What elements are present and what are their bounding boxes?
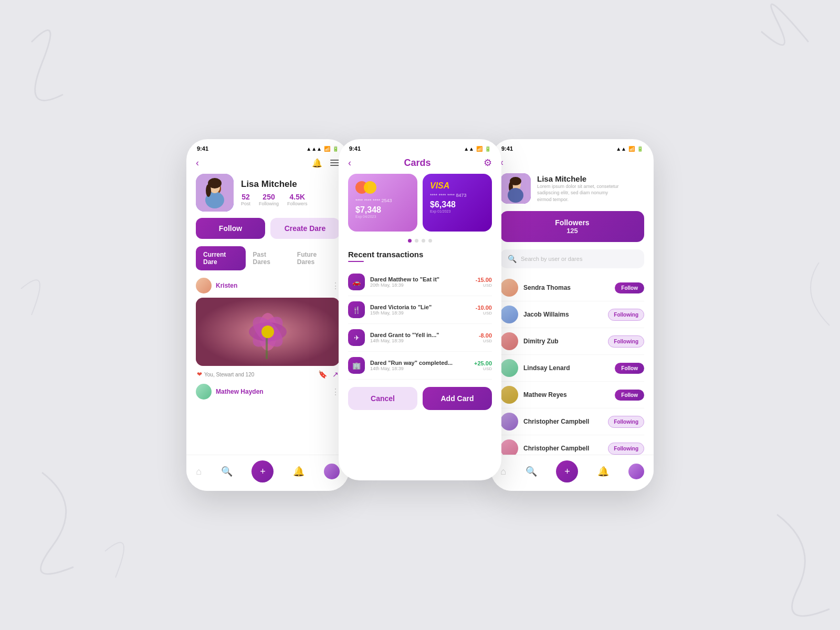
mastercard-logo — [355, 181, 410, 194]
profile-nav-avatar[interactable] — [324, 464, 340, 479]
gear-icon[interactable]: ⚙ — [484, 157, 492, 169]
right-profile-row: Lisa Mitchele Lorem ipsum dolor sit amet… — [491, 173, 654, 211]
post-user-1: Kristen — [196, 278, 237, 293]
bell-nav-icon[interactable]: 🔔 — [293, 466, 304, 477]
tab-past-dares[interactable]: Past Dares — [246, 246, 290, 270]
card-mastercard[interactable]: **** **** **** 2543 $7,348 Exp 04/2023 — [348, 174, 417, 232]
mc-number: **** **** **** 2543 — [355, 198, 410, 203]
follower-avatar-1 — [500, 306, 518, 323]
right-avatar — [500, 173, 531, 204]
follower-name-1: Jacob Willaims — [523, 311, 603, 318]
follower-name-2: Dimitry Zub — [523, 338, 603, 345]
center-title: Cards — [351, 158, 484, 169]
follow-btn-0[interactable]: Follow — [615, 282, 644, 293]
phone-right: 9:41 ▲▲ 📶 🔋 ‹ Lisa M — [491, 139, 654, 491]
post-username-1: Kristen — [216, 282, 237, 289]
visa-balance: $6,348 — [430, 200, 485, 209]
transaction-item-1: 🚗 Dared Matthew to "Eat it" 20th May, 18… — [348, 268, 492, 296]
home-nav-icon[interactable]: ⌂ — [196, 466, 202, 477]
post-avatar-2 — [196, 384, 212, 400]
time-right: 9:41 — [501, 145, 513, 152]
search-icon-right: 🔍 — [508, 255, 517, 263]
following-btn-5[interactable]: Following — [608, 416, 644, 428]
txn-icon-4: 🏢 — [348, 357, 365, 374]
stat-following: 250 Following — [259, 193, 279, 206]
create-dare-button[interactable]: Create Dare — [270, 218, 340, 239]
cancel-button[interactable]: Cancel — [348, 387, 417, 410]
card-visa[interactable]: VISA **** **** **** 8473 $6,348 Exp 01/2… — [423, 174, 492, 232]
cards-row: **** **** **** 2543 $7,348 Exp 04/2023 V… — [339, 174, 501, 239]
search-nav-icon-right[interactable]: 🔍 — [526, 466, 537, 477]
follower-avatar-2 — [500, 332, 518, 350]
heart-icon[interactable]: ❤ — [197, 371, 202, 378]
follower-name-0: Sendra Thomas — [523, 284, 610, 291]
follower-avatar-0 — [500, 279, 518, 297]
mc-expiry: Exp 04/2023 — [355, 215, 410, 218]
dot-1[interactable] — [408, 239, 412, 243]
search-bar-right[interactable]: 🔍 Search by user or dares — [500, 249, 644, 268]
top-icons-left: 🔔 — [311, 157, 340, 169]
status-bar-left: 9:41 ▲▲▲ 📶 🔋 — [186, 139, 349, 154]
txn-amount-3: -8.00 USD — [479, 332, 492, 343]
post-action-icons: 🔖 ↗ — [318, 370, 339, 379]
bottom-nav-left: ⌂ 🔍 + 🔔 — [186, 455, 349, 491]
post-username-2: Mathew Hayden — [216, 388, 264, 395]
following-btn-6[interactable]: Following — [608, 443, 644, 455]
search-nav-icon[interactable]: 🔍 — [221, 466, 233, 477]
followers-banner-count: 125 — [508, 227, 637, 235]
svg-point-5 — [206, 184, 211, 197]
svg-point-17 — [508, 188, 523, 203]
transaction-list: 🚗 Dared Matthew to "Eat it" 20th May, 18… — [339, 268, 501, 380]
stat-followers: 4.5K Followers — [287, 193, 308, 206]
txn-info-2: Dared Victoria to "Lie" 15th May, 18:39 — [370, 304, 470, 316]
dot-4[interactable] — [428, 239, 432, 243]
txn-amount-2: -10.00 USD — [476, 304, 492, 316]
bell-nav-icon-right[interactable]: 🔔 — [597, 466, 609, 477]
profile-nav-avatar-right[interactable] — [628, 464, 644, 479]
txn-icon-2: 🍴 — [348, 301, 365, 318]
post-actions-1: ❤ You, Stewart and 120 🔖 ↗ — [196, 370, 340, 379]
profile-stats-left: 52 Post 250 Following 4.5K Followers — [241, 193, 340, 206]
tab-future-dares[interactable]: Future Dares — [290, 246, 340, 270]
svg-point-11 — [261, 326, 274, 338]
transactions-title: Recent transactions — [339, 250, 501, 261]
followers-banner: Followers 125 — [500, 211, 644, 242]
phone-center: 9:41 ▲▲ 📶 🔋 ‹ Cards ⚙ **** **** **** 254… — [339, 139, 501, 480]
notification-icon[interactable]: 🔔 — [311, 157, 323, 169]
post-header-1: Kristen ⋮ — [196, 278, 340, 293]
profile-info-left: Lisa Mitchele 52 Post 250 Following 4.5K… — [241, 179, 340, 206]
dare-tabs: Current Dare Past Dares Future Dares — [186, 246, 349, 278]
follower-item-1: Jacob Willaims Following — [500, 301, 644, 328]
dot-2[interactable] — [415, 239, 418, 243]
share-icon[interactable]: ↗ — [332, 370, 339, 379]
follower-name-5: Christopher Campbell — [523, 418, 603, 425]
transaction-item-3: ✈ Dared Grant to "Yell in..." 14th May, … — [348, 324, 492, 352]
follower-item-4: Mathew Reyes Follow — [500, 382, 644, 408]
following-btn-1[interactable]: Following — [608, 309, 644, 321]
transaction-item-2: 🍴 Dared Victoria to "Lie" 15th May, 18:3… — [348, 296, 492, 324]
follower-avatar-4 — [500, 386, 518, 404]
add-card-button[interactable]: Add Card — [423, 387, 492, 410]
txn-amount-1: -15.00 USD — [476, 277, 492, 288]
right-profile-info: Lisa Mitchele Lorem ipsum dolor sit amet… — [537, 174, 621, 203]
add-nav-button-right[interactable]: + — [556, 460, 578, 482]
home-nav-icon-right[interactable]: ⌂ — [500, 466, 506, 477]
follower-item-5: Christopher Campbell Following — [500, 408, 644, 435]
following-btn-2[interactable]: Following — [608, 335, 644, 348]
back-icon-left[interactable]: ‹ — [196, 158, 199, 169]
right-profile-name: Lisa Mitchele — [537, 174, 621, 183]
header-right: ‹ — [491, 154, 654, 173]
phone-left: 9:41 ▲▲▲ 📶 🔋 ‹ 🔔 — [186, 139, 349, 491]
bottom-nav-right: ⌂ 🔍 + 🔔 — [491, 455, 654, 491]
dot-3[interactable] — [422, 239, 425, 243]
add-nav-button[interactable]: + — [251, 460, 274, 482]
bookmark-icon[interactable]: 🔖 — [318, 370, 327, 379]
follower-avatar-5 — [500, 413, 518, 430]
tab-current-dare[interactable]: Current Dare — [196, 246, 246, 270]
action-buttons-left: Follow Create Dare — [186, 218, 349, 246]
follow-btn-3[interactable]: Follow — [615, 363, 644, 374]
follow-btn-4[interactable]: Follow — [615, 390, 644, 401]
visa-logo: VISA — [430, 181, 485, 191]
status-icons-right: ▲▲ 📶 🔋 — [616, 146, 643, 152]
follow-button[interactable]: Follow — [196, 218, 265, 239]
